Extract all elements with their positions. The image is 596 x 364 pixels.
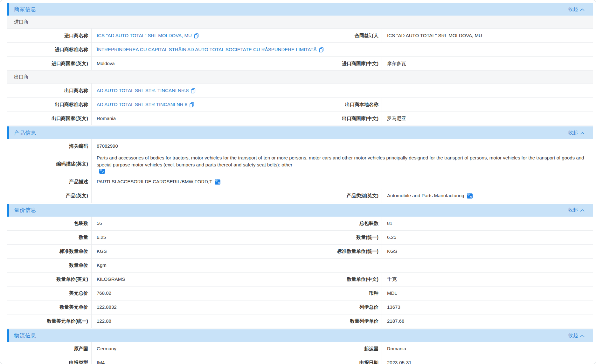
table-row: 原产国Germany起运国Romania — [7, 342, 593, 356]
table-row: 进口商国家(英文)Moldova进口商国家(中文)摩尔多瓦 — [7, 57, 593, 71]
section-title: 物流信息 — [14, 332, 36, 339]
field-value: Germany — [92, 342, 298, 356]
table-row: 出口商名称AD AUTO TOTAL SRL STR. TINCANI NR.8 — [7, 84, 593, 98]
table-row: 进口商标准名称ÎNTREPRINDEREA CU CAPITAL STRĂIN … — [7, 43, 593, 57]
field-value: AD AUTO TOTAL SRL STR TINCANI NR 8 — [92, 98, 298, 111]
field-label: 出口商国家(英文) — [7, 111, 92, 125]
accent-bar — [7, 126, 9, 139]
field-label: 出口商本地名称 — [298, 98, 382, 111]
value-text: 81 — [387, 220, 392, 227]
field-label: 包装数 — [7, 217, 92, 230]
section-rows: 原产国Germany起运国Romania申报类型IM4申报日期2023-05-3… — [7, 342, 593, 364]
field-label: 编码描述(英文) — [7, 153, 92, 175]
copy-icon[interactable] — [190, 102, 194, 107]
copy-icon[interactable] — [191, 88, 196, 93]
section-rows: 海关编码87082990编码描述(英文)Parts and accessorie… — [7, 139, 593, 203]
section-header: 产品信息 收起 — [7, 126, 593, 139]
copy-icon[interactable] — [319, 47, 324, 52]
table-row: 编码描述(英文)Parts and accessories of bodies … — [7, 153, 593, 175]
table-row: 申报类型IM4申报日期2023-05-31 — [7, 356, 593, 364]
field-label: 起运国 — [298, 342, 382, 356]
collapse-button[interactable]: 收起 — [568, 130, 585, 136]
value-text: 56 — [97, 220, 102, 227]
field-value: 罗马尼亚 — [382, 111, 593, 125]
field-label: 申报类型 — [7, 356, 92, 364]
value-text: Kgm — [97, 262, 107, 269]
field-value: 摩尔多瓦 — [382, 57, 593, 70]
group-subheader-label: 进口商 — [7, 16, 593, 28]
value-text: 122.88 — [97, 318, 111, 325]
accent-bar — [7, 329, 9, 342]
table-row: 标准数量单位KGS标准数量单位(统一)KGS — [7, 245, 593, 259]
field-label: 数量单位 — [7, 259, 92, 272]
group-subheader: 进口商 — [7, 16, 593, 29]
value-text: Germany — [97, 345, 116, 352]
table-row: 海关编码87082990 — [7, 139, 593, 153]
table-row: 美元总价768.02币种MDL — [7, 286, 593, 300]
field-value: Kgm — [92, 259, 593, 272]
field-label: 进口商国家(中文) — [298, 57, 382, 70]
field-value: 122.8832 — [92, 300, 298, 314]
field-label: 列伊总价 — [298, 300, 382, 314]
field-value: 2187.68 — [382, 314, 593, 328]
field-label: 数量单位(中文) — [298, 273, 382, 286]
field-label: 标准数量单位(统一) — [298, 245, 382, 258]
field-label: 海关编码 — [7, 139, 92, 153]
table-row: 出口商国家(英文)Romania出口商国家(中文)罗马尼亚 — [7, 111, 593, 125]
field-label: 合同签订人 — [298, 29, 382, 42]
field-value: 122.88 — [92, 314, 298, 328]
value-text: 2023-05-31 — [387, 359, 412, 364]
field-label: 产品(英文) — [7, 189, 92, 203]
copy-icon[interactable] — [194, 33, 199, 38]
section-header: 物流信息 收起 — [7, 329, 593, 342]
translate-icon[interactable]: 中A — [467, 193, 473, 199]
value-text: IM4 — [97, 359, 105, 364]
company-link[interactable]: AD AUTO TOTAL SRL STR. TINCANI NR.8 — [97, 87, 189, 94]
table-row: 进口商名称ICS "AD AUTO TOTAL" SRL MOLDOVA, MU… — [7, 29, 593, 43]
field-value: MDL — [382, 286, 593, 300]
collapse-label: 收起 — [568, 333, 578, 339]
group-subheader: 出口商 — [7, 71, 593, 84]
field-value: KGS — [382, 245, 593, 258]
field-value: Automobile and Parts Manufacturing中A — [382, 189, 593, 203]
company-link[interactable]: ICS "AD AUTO TOTAL" SRL MOLDOVA, MU — [97, 32, 192, 39]
value-text: KILOGRAMS — [97, 276, 125, 283]
value-text: 2187.68 — [387, 318, 404, 325]
trade-record-panel: 商家信息 收起 进口商进口商名称ICS "AD AUTO TOTAL" SRL … — [0, 0, 596, 364]
company-link[interactable]: AD AUTO TOTAL SRL STR TINCANI NR 8 — [97, 101, 187, 108]
table-row: 产品(英文)产品类别(英文)Automobile and Parts Manuf… — [7, 189, 593, 203]
field-label: 申报日期 — [298, 356, 382, 364]
value-text: ICS "AD AUTO TOTAL" SRL MOLDOVA, MU — [387, 32, 482, 39]
field-value: ÎNTREPRINDEREA CU CAPITAL STRĂIN AD AUTO… — [92, 43, 593, 56]
field-value: 13673 — [382, 300, 593, 314]
field-label: 原产国 — [7, 342, 92, 356]
section-header: 量价信息 收起 — [7, 204, 593, 217]
field-label: 美元总价 — [7, 286, 92, 300]
company-link[interactable]: ÎNTREPRINDEREA CU CAPITAL STRĂIN AD AUTO… — [97, 46, 317, 53]
collapse-button[interactable]: 收起 — [568, 207, 585, 213]
collapse-button[interactable]: 收起 — [568, 333, 585, 339]
value-text: KGS — [387, 248, 397, 255]
value-text: 摩尔多瓦 — [387, 60, 406, 67]
field-value: Romania — [382, 342, 593, 356]
section-quantity-price-info: 量价信息 收起 包装数56总包装数81数量6.25数量(统一)6.25标准数量单… — [7, 204, 593, 328]
field-label: 数量列伊单价 — [298, 314, 382, 328]
field-value: Romania — [92, 111, 298, 125]
collapse-label: 收起 — [568, 6, 578, 12]
translate-icon-glyph: A — [470, 195, 472, 198]
field-label: 出口商标准名称 — [7, 98, 92, 111]
translate-icon-glyph: A — [102, 171, 105, 173]
section-rows: 进口商进口商名称ICS "AD AUTO TOTAL" SRL MOLDOVA,… — [7, 16, 593, 125]
section-title: 产品信息 — [14, 129, 36, 137]
value-text: 千克 — [387, 276, 397, 283]
table-row: 数量6.25数量(统一)6.25 — [7, 231, 593, 245]
translate-icon[interactable]: 中A — [99, 169, 105, 174]
field-value: 87082990 — [92, 139, 593, 153]
chevron-up-icon — [580, 333, 585, 338]
field-value: Moldova — [92, 57, 298, 70]
field-value: PARTI SI ACCESORII DE CAROSERII /BMW;FOR… — [92, 175, 593, 189]
translate-icon[interactable]: 中A — [215, 179, 220, 185]
collapse-button[interactable]: 收起 — [568, 6, 585, 12]
field-label: 数量 — [7, 231, 92, 244]
field-value: 768.02 — [92, 286, 298, 300]
